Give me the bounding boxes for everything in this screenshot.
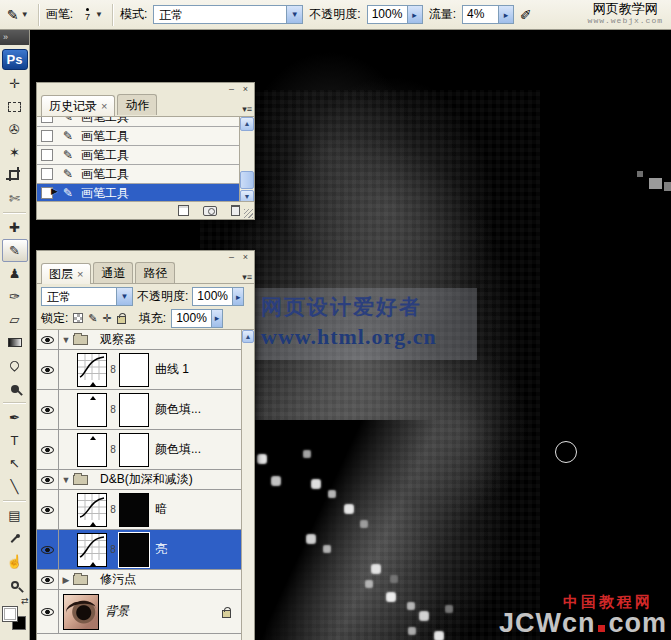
dodge-tool[interactable] — [2, 377, 28, 400]
hand-tool[interactable]: ☝ — [2, 550, 28, 573]
tab-close-icon[interactable]: × — [101, 100, 107, 112]
minimize-icon[interactable]: – — [226, 85, 237, 95]
history-row[interactable]: ✎ 画笔工具 — [37, 116, 239, 127]
visibility-toggle[interactable] — [37, 390, 59, 429]
history-brush-tool[interactable]: ✑ — [2, 285, 28, 308]
layer-group-row[interactable]: ▼ D&B(加深和减淡) — [37, 470, 241, 490]
layer-opacity-input[interactable]: 100% ▸ — [192, 287, 244, 306]
eyedropper-tool[interactable] — [2, 527, 28, 550]
foreground-color-swatch[interactable] — [2, 606, 18, 622]
delete-state-icon[interactable] — [231, 205, 240, 216]
slice-tool[interactable]: ✄ — [2, 187, 28, 210]
minimize-icon[interactable]: – — [226, 253, 237, 263]
layer-row[interactable]: 8 暗 — [37, 490, 241, 530]
background-thumbnail[interactable] — [63, 594, 99, 630]
new-snapshot-icon[interactable] — [203, 206, 217, 216]
layer-mask-thumbnail[interactable] — [119, 433, 149, 467]
tab-channels[interactable]: 通道 — [93, 262, 133, 283]
history-row[interactable]: ✎ 画笔工具 — [37, 146, 239, 165]
brush-tool[interactable]: ✎ — [2, 239, 28, 262]
visibility-toggle[interactable] — [37, 350, 59, 389]
resize-grip[interactable] — [244, 209, 253, 218]
blur-tool[interactable] — [2, 354, 28, 377]
history-scrollbar[interactable]: ▲ ▼ — [239, 117, 254, 204]
adjustment-thumbnail[interactable] — [77, 353, 107, 387]
healing-brush-tool[interactable]: ✚ — [2, 216, 28, 239]
panel-menu-icon[interactable]: ▾≡ — [242, 104, 252, 114]
layer-row[interactable]: 8 曲线 1 — [37, 350, 241, 390]
new-document-from-state-icon[interactable] — [178, 205, 189, 216]
combo-arrow-icon[interactable]: ▼ — [286, 6, 302, 23]
notes-tool[interactable]: ▤ — [2, 504, 28, 527]
clone-stamp-tool[interactable]: ♟ — [2, 262, 28, 285]
lock-paint-icon[interactable]: ✎ — [88, 312, 97, 325]
layer-mask-thumbnail[interactable] — [119, 393, 149, 427]
history-source-checkbox[interactable] — [41, 149, 53, 161]
eraser-tool[interactable]: ▱ — [2, 308, 28, 331]
lock-all-icon[interactable] — [117, 316, 126, 324]
layer-group-row[interactable]: ▶ 修污点 — [37, 570, 241, 590]
fill-thumbnail[interactable] — [77, 393, 107, 427]
slider-arrow-icon[interactable]: ▸ — [498, 6, 513, 23]
layer-group-row[interactable]: ▼ 观察器 — [37, 330, 241, 350]
adjustment-thumbnail[interactable] — [77, 533, 107, 567]
path-select-tool[interactable]: ↖ — [2, 452, 28, 475]
tab-layers[interactable]: 图层× — [41, 263, 91, 284]
gradient-tool[interactable] — [2, 331, 28, 354]
brush-preset-picker[interactable]: 7 ▼ — [79, 7, 106, 22]
combo-arrow-icon[interactable]: ▼ — [116, 288, 132, 305]
layer-mask-thumbnail[interactable] — [119, 493, 149, 527]
tab-actions[interactable]: 动作 — [117, 94, 157, 115]
slider-arrow-icon[interactable]: ▸ — [211, 310, 222, 327]
history-source-checkbox[interactable] — [41, 116, 53, 123]
tab-paths[interactable]: 路径 — [135, 262, 175, 283]
visibility-toggle[interactable] — [37, 430, 59, 469]
crop-tool[interactable] — [2, 164, 28, 187]
layer-mask-thumbnail[interactable] — [119, 353, 149, 387]
scroll-up-icon[interactable]: ▲ — [240, 117, 254, 131]
history-row[interactable]: ✎ 画笔工具 — [37, 165, 239, 184]
flow-input[interactable]: 4% ▸ — [462, 5, 514, 24]
background-layer-row[interactable]: 背景 — [37, 590, 241, 634]
opacity-input[interactable]: 100% ▸ — [367, 5, 423, 24]
history-source-checkbox[interactable] — [41, 168, 53, 180]
layer-row[interactable]: 8 颜色填... — [37, 430, 241, 470]
pen-tool[interactable]: ✒ — [2, 406, 28, 429]
panel-menu-icon[interactable]: ▾≡ — [242, 272, 252, 282]
scroll-thumb[interactable] — [240, 171, 254, 189]
visibility-toggle[interactable] — [37, 590, 59, 633]
collapse-triangle-icon[interactable]: ▶ — [59, 575, 73, 585]
tool-preset-chip[interactable]: ✎ ▼ — [4, 6, 32, 24]
tab-close-icon[interactable]: × — [77, 268, 83, 280]
lasso-tool[interactable]: ✇ — [2, 118, 28, 141]
move-tool[interactable]: ✛ — [2, 72, 28, 95]
scroll-up-icon[interactable]: ▲ — [242, 330, 254, 343]
expand-triangle-icon[interactable]: ▼ — [59, 475, 73, 485]
expand-triangle-icon[interactable]: ▼ — [59, 335, 73, 345]
blend-mode-select[interactable]: 正常 ▼ — [153, 5, 303, 24]
magic-wand-tool[interactable]: ✶ — [2, 141, 28, 164]
marquee-tool[interactable] — [2, 95, 28, 118]
fill-thumbnail[interactable] — [77, 433, 107, 467]
slider-arrow-icon[interactable]: ▸ — [232, 288, 243, 305]
history-source-checkbox[interactable] — [41, 187, 53, 199]
close-icon[interactable]: × — [240, 85, 251, 95]
zoom-tool[interactable] — [2, 573, 28, 596]
swap-colors-icon[interactable]: ⇄ — [21, 596, 29, 606]
tab-history[interactable]: 历史记录× — [41, 95, 115, 116]
palette-well-chevron[interactable]: » — [0, 30, 29, 45]
history-source-checkbox[interactable] — [41, 130, 53, 142]
history-row[interactable]: ✎ 画笔工具 — [37, 127, 239, 146]
lock-transparency-icon[interactable] — [73, 313, 83, 323]
visibility-toggle[interactable] — [37, 530, 59, 569]
visibility-toggle[interactable] — [37, 330, 59, 349]
lock-position-icon[interactable]: ✛ — [103, 312, 112, 325]
layer-blend-mode-select[interactable]: 正常 ▼ — [41, 287, 133, 306]
slider-arrow-icon[interactable]: ▸ — [407, 6, 422, 23]
type-tool[interactable]: T — [2, 429, 28, 452]
close-icon[interactable]: × — [240, 253, 251, 263]
line-tool[interactable]: ╲ — [2, 475, 28, 498]
visibility-toggle[interactable] — [37, 570, 59, 589]
layers-scrollbar[interactable]: ▲ — [241, 330, 254, 640]
visibility-toggle[interactable] — [37, 490, 59, 529]
